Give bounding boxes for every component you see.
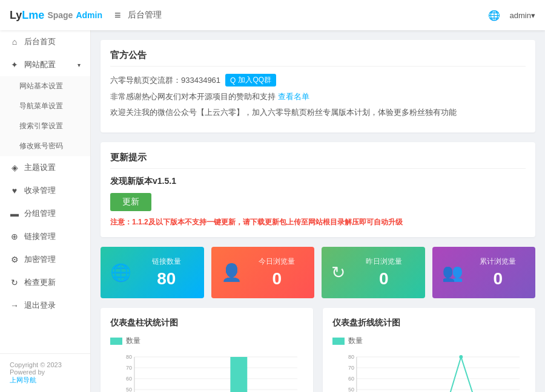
main-content: 一清版 官方公告 六零导航页交流群： 933434961 Q 加入QQ群 非常感… [91,30,545,392]
qq-number: 933434961 [181,76,220,85]
logo-lme: Lme [22,9,44,22]
header-right: 🌐 admin▾ [488,10,535,21]
stat-value: 80 [139,269,194,289]
site-config-icon: ✦ [10,60,19,70]
logout-icon: → [10,301,19,310]
change-pwd-label: 修改账号密码 [19,141,63,151]
bar-legend-color [110,338,122,345]
version-text: 发现新版本v1.5.1 [110,176,526,187]
sidebar-sub-menu: 网站基本设置 导航菜单设置 搜索引擎设置 修改账号密码 [0,76,90,156]
sidebar-item-group[interactable]: ▬ 分组管理 [0,202,90,225]
header: LyLme Spage Admin ≡ 后台管理 🌐 admin▾ [0,0,545,30]
stat-user-icon: 👤 [221,263,242,283]
group-icon: ▬ [10,209,19,218]
sidebar-item-change-pwd[interactable]: 修改账号密码 [0,136,90,156]
menu-toggle-icon[interactable]: ≡ [114,9,121,22]
collection-icon: ♥ [10,186,19,195]
stat-info: 昨日浏览量 0 [352,256,415,289]
svg-text:70: 70 [126,365,132,371]
stat-yesterday-views: ↻ 昨日浏览量 0 [322,247,425,298]
update-card: 更新提示 发现新版本v1.5.1 更新 注意：1.1.2及以下版本不支持一键更新… [101,142,535,237]
sidebar-footer: Copyright © 2023 Powered by 上网导航 [0,353,90,392]
sidebar-item-nav-menu[interactable]: 导航菜单设置 [0,96,90,116]
qq-row: 六零导航页交流群： 933434961 Q 加入QQ群 [110,74,526,87]
line-chart-title: 仪表盘折线统计图 [332,318,526,328]
svg-text:80: 80 [126,354,132,360]
stat-globe-icon: 🌐 [110,263,131,283]
sidebar-item-logout[interactable]: → 退出登录 [0,294,90,317]
line-legend-color [332,338,345,345]
wechat-row: 欢迎关注我的微信公众号【上云六零】，加入六零导航页粉丝专属版本计划，体验更多粉丝… [110,107,526,118]
stat-info: 今日浏览量 0 [249,256,305,289]
stat-today-views: 👤 今日浏览量 0 [211,247,315,298]
chevron-down-icon: ▾ [78,62,81,68]
svg-text:50: 50 [348,387,354,392]
sidebar: ⌂ 后台首页 ✦ 网站配置 ▾ 网站基本设置 导航菜单设置 搜索引擎设置 修改账… [0,30,91,392]
stat-value: 0 [352,269,415,289]
sidebar-item-collection[interactable]: ♥ 收录管理 [0,179,90,202]
sidebar-item-search-engine[interactable]: 搜索引擎设置 [0,116,90,136]
sidebar-item-label: 加密管理 [24,254,56,265]
user-menu[interactable]: admin▾ [510,11,535,20]
svg-text:70: 70 [348,365,354,371]
stat-label: 今日浏览量 [249,256,305,267]
bar-chart-svg: 80 70 60 50 40 30 20 10 今日浏览 [110,351,303,392]
bar-chart-card: 仪表盘柱状统计图 数量 [101,308,313,392]
bar-chart-title: 仪表盘柱状统计图 [110,318,303,328]
warning-prefix: 注意： [110,218,132,226]
svg-point-58 [459,355,463,359]
encrypt-icon: ⚙ [10,255,19,264]
charts-row: 仪表盘柱状统计图 数量 [101,308,535,392]
sidebar-item-label: 后台首页 [24,36,56,47]
update-button[interactable]: 更新 [110,193,151,211]
copyright-text: Copyright © 2023 Powered by [10,361,62,376]
sidebar-item-label: 网站配置 [24,59,56,70]
stat-label: 累计浏览量 [471,256,526,267]
stat-users-icon: 👥 [442,263,463,283]
sidebar-item-label: 分组管理 [24,208,56,219]
qq-join-button[interactable]: Q 加入QQ群 [225,74,276,87]
globe-icon[interactable]: 🌐 [488,10,500,21]
logo-admin: Admin [76,10,102,20]
view-list-link[interactable]: 查看名单 [278,91,309,102]
sidebar-item-label: 主题设置 [24,162,56,173]
search-engine-label: 搜索引擎设置 [19,121,63,131]
svg-rect-26 [230,357,247,392]
logo: LyLme Spage Admin [10,9,102,22]
wechat-text: 欢迎关注我的微信公众号【上云六零】，加入六零导航页粉丝专属版本计划，体验更多粉丝… [110,107,457,118]
bar-chart-legend: 数量 [110,336,303,346]
logo-ly: Ly [10,9,22,22]
home-icon: ⌂ [10,37,19,47]
sidebar-item-home[interactable]: ⌂ 后台首页 [0,30,90,53]
stat-label: 昨日浏览量 [352,256,415,267]
sidebar-item-site-basic[interactable]: 网站基本设置 [0,76,90,96]
link-icon: ⊕ [10,232,19,241]
qq-icon: Q [230,76,236,85]
site-basic-label: 网站基本设置 [19,81,63,91]
sidebar-item-label: 检查更新 [24,277,56,288]
sidebar-item-encrypt[interactable]: ⚙ 加密管理 [0,248,90,271]
svg-text:50: 50 [126,387,132,392]
update-title: 更新提示 [110,152,526,169]
check-update-icon: ↻ [10,278,19,287]
sidebar-item-theme[interactable]: ◈ 主题设置 [0,156,90,179]
sidebar-item-link[interactable]: ⊕ 链接管理 [0,225,90,248]
page-title: 后台管理 [128,10,162,21]
sidebar-item-site-config[interactable]: ✦ 网站配置 ▾ [0,53,90,76]
stat-refresh-icon: ↻ [331,263,345,283]
qq-label: 六零导航页交流群： [110,75,181,86]
announcement-title: 官方公告 [110,50,526,67]
stat-info: 累计浏览量 0 [471,256,526,289]
stat-value: 0 [471,269,526,289]
theme-icon: ◈ [10,163,19,172]
thanks-row: 非常感谢热心网友们对本开源项目的赞助和支持 查看名单 [110,91,526,102]
logo-spage: Spage [47,10,73,20]
bar-legend-label: 数量 [126,336,140,346]
footer-link[interactable]: 上网导航 [10,376,36,384]
line-chart-svg: 80 70 60 50 40 30 20 10 今日浏览 昨日浏览 本月浏览 总… [332,351,526,392]
announcement-card: 官方公告 六零导航页交流群： 933434961 Q 加入QQ群 非常感谢热心网… [101,40,535,132]
sidebar-item-check-update[interactable]: ↻ 检查更新 [0,271,90,294]
bar-chart-container: 80 70 60 50 40 30 20 10 今日浏览 [110,351,303,392]
svg-text:60: 60 [126,376,132,382]
stat-total-links: 🌐 链接数量 80 [101,247,204,298]
